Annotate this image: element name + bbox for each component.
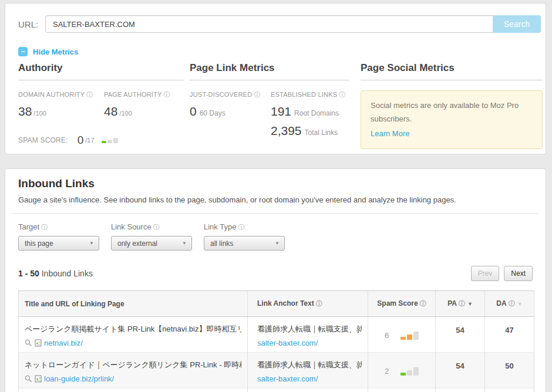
inbound-links-table: Title and URL of Linking Page Link Ancho…: [18, 290, 534, 392]
spam-score-value: 6: [385, 331, 389, 340]
spam-score-bars-icon: [400, 332, 419, 340]
anchor-target-url[interactable]: salter-baxter.com/: [257, 374, 318, 383]
page-authority-value: 48: [104, 104, 117, 118]
link-type-dropdown-value: all links: [210, 239, 233, 248]
info-icon[interactable]: ⓘ: [459, 300, 465, 307]
link-source-dropdown-value: only external: [117, 239, 157, 248]
url-label: URL:: [18, 19, 38, 29]
page-link-metrics-section: Page Link Metrics JUST-DISCOVEREDⓘ 060 D…: [190, 62, 349, 138]
anchor-text: 看護師求人転職｜転職支援、就...: [257, 360, 362, 370]
result-count-label: Inbound Links: [42, 269, 93, 278]
target-dropdown[interactable]: this page ▼: [18, 236, 99, 251]
spam-score-cell: 2: [374, 367, 429, 376]
page-authority-label: PAGE AUTHORITY: [104, 91, 162, 98]
target-dropdown-value: this page: [25, 239, 53, 248]
col-header-da[interactable]: DAⓘ▼: [485, 291, 534, 317]
page-social-metrics-title: Page Social Metrics: [361, 62, 543, 80]
info-icon[interactable]: ⓘ: [41, 224, 48, 231]
link-detail-icon[interactable]: [35, 339, 42, 347]
link-source-filter: Link Sourceⓘ only external ▼: [111, 222, 204, 251]
page-authority-suffix: /100: [119, 110, 132, 117]
table-row: ページランク順掲載サイト集 PR-Link【netnavi.biz】即時相互リン…: [19, 317, 534, 353]
info-icon[interactable]: ⓘ: [316, 300, 322, 307]
anchor-target-url[interactable]: salter-baxter.com/: [257, 339, 318, 347]
authority-title: Authority: [18, 62, 184, 80]
domain-authority-label: DOMAIN AUTHORITY: [18, 91, 85, 98]
page-social-metrics-section: Page Social Metrics Social metrics are o…: [361, 62, 543, 149]
spam-score-value: 0: [78, 134, 84, 147]
magnifier-icon[interactable]: [25, 339, 32, 347]
info-icon[interactable]: ⓘ: [153, 224, 160, 231]
url-bar: URL: Search: [18, 15, 541, 34]
linking-page-title: ページランク順掲載サイト集 PR-Link【netnavi.biz】即時相互リン…: [25, 324, 241, 334]
link-source-dropdown[interactable]: only external ▼: [111, 236, 192, 251]
col-header-anchor: Link Anchor Textⓘ: [248, 291, 368, 317]
metrics-panel: URL: Search − Hide Metrics Authority DOM…: [5, 3, 546, 154]
spam-score-value: 2: [385, 367, 389, 376]
root-domains-suffix: Root Domains: [294, 109, 339, 117]
linking-page-url[interactable]: loan-guide.biz/prlink/: [44, 374, 114, 383]
linking-page-title: ネットローンガイド｜ページランク順リンク集 PR-Link - 即時相互...: [25, 360, 241, 370]
spam-score-bars-icon: [400, 367, 419, 376]
anchor-text: 看護師求人転職｜転職支援、就...: [257, 324, 362, 334]
chevron-down-icon: ▼: [89, 241, 94, 246]
info-icon[interactable]: ⓘ: [164, 91, 170, 98]
divider: [12, 213, 538, 214]
minus-icon: −: [18, 47, 28, 56]
domain-authority-stat: DOMAIN AUTHORITYⓘ 38/100: [18, 90, 104, 119]
domain-authority-value: 38: [18, 104, 32, 118]
domain-authority-suffix: /100: [33, 110, 46, 117]
url-input[interactable]: [45, 15, 500, 33]
filter-bar: Targetⓘ this page ▼ Link Sourceⓘ only ex…: [18, 222, 546, 251]
spam-score-bars-icon: [102, 138, 118, 143]
page-link-metrics-title: Page Link Metrics: [190, 62, 349, 80]
social-notice-text: Social metrics are only available to Moz…: [371, 101, 519, 123]
link-type-filter-label: Link Type: [204, 222, 236, 231]
info-icon[interactable]: ⓘ: [339, 91, 345, 98]
link-type-dropdown[interactable]: all links ▼: [204, 236, 285, 251]
next-button[interactable]: Next: [504, 266, 533, 281]
link-detail-icon[interactable]: [35, 375, 42, 383]
col-header-pa[interactable]: PAⓘ▼: [436, 291, 485, 317]
col-header-spam: Spam Scoreⓘ: [368, 291, 436, 317]
total-links-value: 2,395: [271, 124, 302, 137]
learn-more-link[interactable]: Learn More: [371, 127, 533, 141]
linking-page-url[interactable]: netnavi.biz/: [44, 339, 83, 347]
authority-section: Authority DOMAIN AUTHORITYⓘ 38/100 PAGE …: [18, 62, 184, 147]
hide-metrics-toggle[interactable]: − Hide Metrics: [18, 47, 78, 56]
col-header-title: Title and URL of Linking Page: [19, 291, 248, 317]
just-discovered-value: 0: [190, 104, 197, 118]
inbound-links-title: Inbound Links: [18, 177, 533, 190]
just-discovered-stat: JUST-DISCOVEREDⓘ 060 Days: [190, 90, 271, 138]
just-discovered-suffix: 60 Days: [200, 109, 225, 117]
spam-score-stat: SPAM SCORE: 0/17: [18, 134, 184, 147]
pa-value: 54: [442, 324, 479, 334]
page-authority-stat: PAGE AUTHORITYⓘ 48/100: [104, 90, 170, 119]
info-icon[interactable]: ⓘ: [254, 91, 260, 98]
established-links-stat: ESTABLISHED LINKSⓘ 191Root Domains 2,395…: [271, 90, 345, 138]
inbound-links-description: Gauge a site's influence. See inbound li…: [18, 195, 533, 204]
search-button[interactable]: Search: [493, 15, 541, 33]
magnifier-icon[interactable]: [25, 375, 32, 383]
info-icon[interactable]: ⓘ: [420, 300, 426, 307]
spam-score-suffix: /17: [85, 137, 94, 144]
pagination-bar: 1 - 50 Inbound Links Prev Next: [18, 266, 533, 281]
link-source-filter-label: Link Source: [111, 222, 152, 231]
sort-desc-icon[interactable]: ▼: [467, 301, 473, 307]
result-range: 1 - 50: [18, 269, 39, 278]
target-filter: Targetⓘ this page ▼: [18, 222, 111, 251]
just-discovered-label: JUST-DISCOVERED: [190, 91, 252, 98]
inbound-links-panel: Inbound Links Gauge a site's influence. …: [5, 168, 546, 392]
table-row: SEO-P-Link【自動相互リンク】ページランク順掲載サイト集 PR... 看…: [19, 388, 534, 392]
prev-button[interactable]: Prev: [471, 266, 500, 281]
spam-score-cell: 6: [374, 331, 429, 340]
spam-score-label: SPAM SCORE:: [18, 136, 68, 144]
sort-desc-icon[interactable]: ▼: [517, 301, 523, 307]
target-filter-label: Target: [18, 222, 39, 231]
info-icon[interactable]: ⓘ: [238, 224, 244, 231]
total-links-suffix: Total Links: [305, 129, 338, 137]
table-row: ネットローンガイド｜ページランク順リンク集 PR-Link - 即時相互... …: [19, 353, 534, 388]
info-icon[interactable]: ⓘ: [509, 300, 515, 307]
info-icon[interactable]: ⓘ: [86, 91, 93, 98]
da-value: 50: [491, 360, 528, 370]
